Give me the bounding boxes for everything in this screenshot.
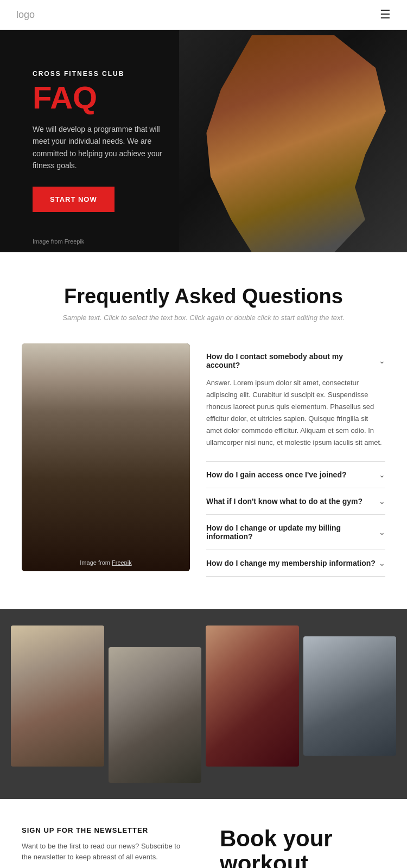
bottom-section: SIGN UP FOR THE NEWSLETTER Want to be th… (0, 799, 407, 868)
gallery-image-3 (206, 626, 299, 767)
gallery-image-1 (11, 626, 104, 767)
hero-athlete-figure (190, 35, 396, 252)
faq-item: How do I gain access once I've joined? ⌄ (206, 462, 385, 488)
chevron-down-icon: ⌄ (379, 497, 385, 506)
start-now-button[interactable]: START NOW (33, 187, 115, 212)
faq-answer-text: Answer. Lorem ipsum dolor sit amet, cons… (206, 369, 385, 452)
faq-question-text: How do I change or update my billing inf… (206, 524, 379, 541)
hero-description: We will develop a programme that will me… (33, 123, 174, 172)
gallery-grid (0, 626, 407, 783)
faq-item: What if I don't know what to do at the g… (206, 488, 385, 515)
faq-item: How do I contact somebody about my accou… (206, 343, 385, 462)
newsletter-description: Want to be the first to read our news? S… (22, 841, 187, 864)
chevron-down-icon: ⌄ (379, 470, 385, 479)
gym-scene (22, 343, 190, 571)
faq-body: Image from Freepik How do I contact some… (22, 343, 385, 577)
faq-item: How do I change or update my billing inf… (206, 515, 385, 550)
faq-image-credit: Image from Freepik (80, 559, 131, 566)
faq-gym-image: Image from Freepik (22, 343, 190, 571)
faq-image-inner (22, 343, 190, 571)
faq-item-header[interactable]: What if I don't know what to do at the g… (206, 497, 385, 506)
faq-title: Frequently Asked Questions (22, 285, 385, 308)
menu-icon[interactable]: ☰ (380, 8, 391, 22)
faq-section: Frequently Asked Questions Sample text. … (0, 252, 407, 609)
faq-item-header[interactable]: How do I change my membership informatio… (206, 559, 385, 567)
hero-content: CROSS FITNESS CLUB FAQ We will develop a… (0, 43, 206, 240)
faq-question-text: How do I gain access once I've joined? (206, 470, 347, 479)
faq-questions-list: How do I contact somebody about my accou… (206, 343, 385, 577)
faq-item-header[interactable]: How do I contact somebody about my accou… (206, 352, 385, 369)
hero-title: FAQ (33, 82, 174, 113)
hero-image (179, 30, 407, 252)
gallery-section (0, 609, 407, 799)
faq-item-header[interactable]: How do I change or update my billing inf… (206, 524, 385, 541)
booking-block: Book your workout Images from Freepik ✆ … (209, 826, 385, 868)
hero-section: CROSS FITNESS CLUB FAQ We will develop a… (0, 30, 407, 252)
newsletter-block: SIGN UP FOR THE NEWSLETTER Want to be th… (22, 826, 209, 868)
site-header: logo ☰ (0, 0, 407, 30)
booking-title: Book your workout (220, 826, 385, 868)
gallery-image-4 (303, 636, 397, 756)
newsletter-title: SIGN UP FOR THE NEWSLETTER (22, 826, 187, 834)
chevron-down-icon: ⌄ (379, 356, 385, 365)
hero-subtitle: CROSS FITNESS CLUB (33, 70, 174, 78)
faq-question-text: How do I change my membership informatio… (206, 559, 376, 567)
faq-question-text: How do I contact somebody about my accou… (206, 352, 379, 369)
faq-subtitle: Sample text. Click to select the text bo… (22, 314, 385, 322)
faq-item: How do I change my membership informatio… (206, 550, 385, 577)
faq-item-header[interactable]: How do I gain access once I've joined? ⌄ (206, 470, 385, 479)
chevron-down-icon: ⌄ (379, 559, 385, 567)
faq-question-text: What if I don't know what to do at the g… (206, 497, 363, 506)
logo: logo (16, 9, 35, 21)
gallery-image-2 (109, 647, 202, 783)
freepik-link[interactable]: Freepik (112, 559, 132, 566)
chevron-down-icon: ⌄ (379, 528, 385, 537)
